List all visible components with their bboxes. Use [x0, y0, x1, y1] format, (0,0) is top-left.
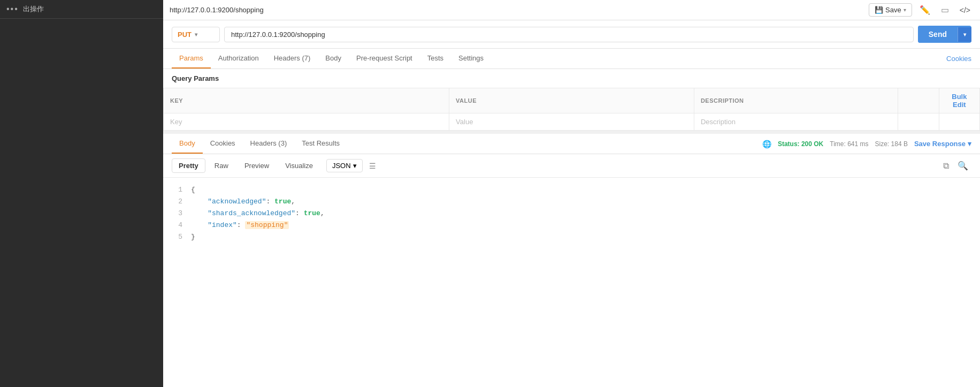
line-num-2: 2 — [172, 196, 182, 208]
format-tab-raw[interactable]: Raw — [208, 158, 235, 173]
format-tab-preview[interactable]: Preview — [238, 158, 276, 173]
filter-icon[interactable]: ☰ — [369, 162, 376, 170]
code-line-1: 1 { — [172, 184, 971, 196]
save-label: Save — [885, 6, 901, 14]
desc-placeholder: Description — [701, 118, 736, 126]
format-tab-visualize[interactable]: Visualize — [278, 158, 320, 173]
response-tabs: Body Cookies Headers (3) Test Results 🌐 … — [163, 134, 980, 154]
key-input-cell: Key — [164, 113, 449, 131]
response-section: Body Cookies Headers (3) Test Results 🌐 … — [163, 131, 980, 387]
tab-body[interactable]: Body — [318, 49, 349, 69]
top-url-display: http://127.0.0.1:9200/shopping — [170, 6, 864, 14]
format-chevron: ▾ — [353, 162, 357, 170]
send-chevron: ▾ — [958, 27, 971, 42]
query-params-header: Query Params — [163, 69, 980, 88]
key-placeholder: Key — [170, 118, 182, 126]
value-input-cell: Value — [449, 113, 694, 131]
copy-icon-button[interactable]: ⧉ — [940, 160, 952, 172]
main-panel: http://127.0.0.1:9200/shopping 💾 Save ▾ … — [163, 0, 980, 387]
tab-headers[interactable]: Headers (7) — [266, 49, 318, 69]
send-label: Send — [918, 26, 958, 43]
tab-authorization[interactable]: Authorization — [211, 49, 266, 69]
row-actions-cell — [898, 113, 939, 131]
layout-icon-btn[interactable]: ▭ — [938, 4, 952, 16]
response-tab-test-results[interactable]: Test Results — [294, 134, 347, 154]
save-response-button[interactable]: Save Response ▾ — [914, 140, 971, 148]
edit-icon-btn[interactable]: ✏️ — [916, 4, 933, 16]
code-line-3: 3 "shards_acknowledged": true, — [172, 208, 971, 219]
cookies-link[interactable]: Cookies — [946, 49, 971, 68]
code-btn[interactable]: </> — [956, 5, 974, 16]
desc-input-cell: Description — [694, 113, 898, 131]
col-value: VALUE — [449, 88, 694, 113]
value-placeholder: Value — [456, 118, 473, 126]
tab-tests[interactable]: Tests — [420, 49, 451, 69]
size-info: Size: 184 B — [875, 140, 908, 148]
search-icon-button[interactable]: 🔍 — [954, 160, 971, 172]
format-bar: Pretty Raw Preview Visualize JSON ▾ ☰ ⧉ … — [163, 154, 980, 178]
three-dots-icon: ••• — [6, 4, 19, 14]
top-bar: http://127.0.0.1:9200/shopping 💾 Save ▾ … — [163, 0, 980, 20]
floppy-icon: 💾 — [875, 6, 883, 14]
globe-icon: 🌐 — [762, 140, 771, 148]
url-input[interactable] — [224, 27, 914, 42]
response-meta: 🌐 Status: 200 OK Time: 641 ms Size: 184 … — [762, 140, 971, 148]
response-tab-headers[interactable]: Headers (3) — [243, 134, 295, 154]
request-bar: PUT ▾ Send ▾ — [163, 20, 980, 49]
tab-settings[interactable]: Settings — [451, 49, 491, 69]
save-response-label: Save Response — [914, 140, 966, 148]
time-info: Time: 641 ms — [830, 140, 868, 148]
send-button[interactable]: Send ▾ — [918, 26, 971, 43]
method-label: PUT — [178, 31, 192, 39]
response-tab-cookies[interactable]: Cookies — [203, 134, 243, 154]
sidebar: ••• 出操作 — [0, 0, 163, 387]
sidebar-label: 出操作 — [23, 4, 44, 14]
method-select[interactable]: PUT ▾ — [172, 27, 220, 42]
col-description: DESCRIPTION — [694, 88, 898, 113]
line-num-4: 4 — [172, 219, 182, 231]
code-content-1: { — [191, 184, 195, 196]
col-key: KEY — [164, 88, 449, 113]
top-bar-actions: 💾 Save ▾ ✏️ ▭ </> — [869, 3, 974, 17]
bulk-edit-button[interactable]: Bulk Edit — [946, 93, 973, 109]
tab-params[interactable]: Params — [172, 49, 211, 69]
code-content-5: } — [191, 231, 195, 243]
params-empty-row: Key Value Description — [164, 113, 980, 131]
col-actions — [898, 88, 939, 113]
json-format-select[interactable]: JSON ▾ — [326, 159, 363, 172]
line-num-5: 5 — [172, 231, 182, 243]
code-content-2: "acknowledged": true, — [191, 196, 295, 208]
sidebar-top: ••• 出操作 — [0, 0, 163, 19]
code-content-4: "index": "shopping" — [191, 219, 289, 231]
line-num-3: 3 — [172, 208, 182, 219]
method-chevron: ▾ — [195, 32, 197, 37]
params-table-header-row: KEY VALUE DESCRIPTION Bulk Edit — [164, 88, 980, 113]
code-line-5: 5 } — [172, 231, 971, 243]
request-tabs: Params Authorization Headers (7) Body Pr… — [163, 49, 980, 69]
save-button[interactable]: 💾 Save ▾ — [869, 3, 912, 17]
line-num-1: 1 — [172, 184, 182, 196]
code-line-4: 4 "index": "shopping" — [172, 219, 971, 231]
tab-pre-request[interactable]: Pre-request Script — [349, 49, 420, 69]
format-tab-pretty[interactable]: Pretty — [172, 158, 205, 173]
code-line-2: 2 "acknowledged": true, — [172, 196, 971, 208]
status-badge: Status: 200 OK — [778, 140, 823, 148]
format-label: JSON — [332, 162, 351, 170]
response-tab-body[interactable]: Body — [172, 134, 203, 154]
save-chevron: ▾ — [904, 7, 906, 13]
code-content-3: "shards_acknowledged": true, — [191, 208, 325, 219]
save-response-chevron: ▾ — [968, 140, 971, 148]
row-extra-cell — [939, 113, 979, 131]
response-code-view: 1 { 2 "acknowledged": true, 3 "shards_ac… — [163, 178, 980, 387]
col-bulk-edit: Bulk Edit — [939, 88, 979, 113]
params-table: KEY VALUE DESCRIPTION Bulk Edit Key Valu… — [163, 88, 980, 131]
